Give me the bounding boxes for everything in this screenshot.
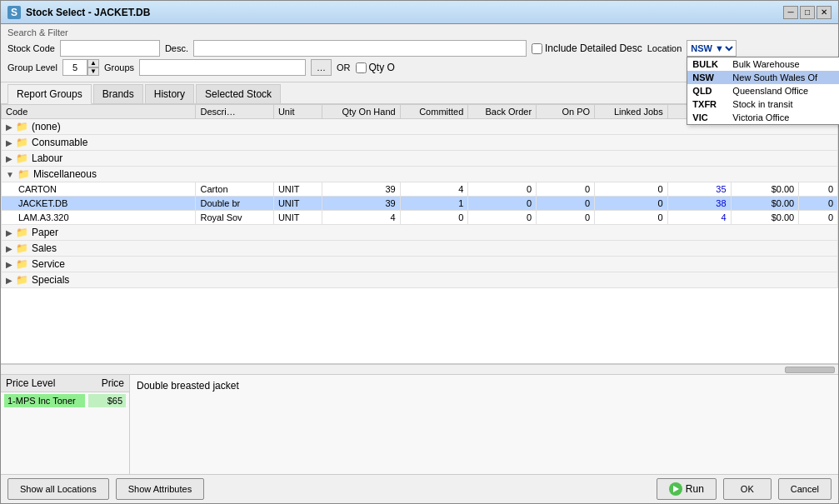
cell-linked: 0 [595,182,668,197]
main-window: S Stock Select - JACKET.DB ─ □ ✕ Search … [0,0,839,504]
location-select[interactable]: NSW ▼ [687,40,737,57]
folder-icon: 📁 [17,168,30,180]
desc-label: Desc. [165,43,188,53]
close-button[interactable]: ✕ [817,6,832,19]
folder-icon: 📁 [16,137,28,148]
table-row[interactable]: ▶ 📁 Service [2,257,838,272]
desc-input[interactable] [193,40,527,57]
cell-available: 38 [667,197,731,211]
cell-linked: 0 [595,197,668,211]
groups-label: Groups [104,62,134,72]
cell-unit: UNIT [273,211,322,225]
cell-listex: $0.00 [731,182,799,197]
cell-desc: Carton [196,182,273,197]
cell-backorder: 0 [468,182,537,197]
group-name: Miscellaneous [33,168,97,180]
tree-toggle[interactable]: ▶ [6,260,12,269]
stock-table-container[interactable]: Code Descri… Unit Qty On Hand Committed … [1,104,838,364]
col-back-order: Back Order [468,105,537,119]
groups-browse-button[interactable]: … [311,59,332,76]
location-dropdown: BULK Bulk Warehouse NSW New South Wales … [687,57,839,125]
location-dropdown-wrapper: NSW ▼ BULK Bulk Warehouse NSW New South … [687,40,737,57]
run-button[interactable]: Run [657,478,717,500]
col-committed: Committed [400,105,468,119]
location-option-vic[interactable]: VIC Victoria Office [687,111,839,124]
group-name: Sales [32,242,57,254]
group-name: Consumable [32,137,87,148]
table-row[interactable]: ▼ 📁 Miscellaneous [2,167,838,182]
price-level-label: Price Level [6,377,55,389]
footer-bar: Show all Locations Show Attributes Run O… [1,474,838,503]
tab-selected-stock[interactable]: Selected Stock [196,84,281,103]
cell-onpo: 0 [537,211,595,225]
location-option-txfr[interactable]: TXFR Stock in transit [687,97,839,111]
cell-backorder: 0 [468,211,537,225]
cell-onpo: 0 [537,182,595,197]
tree-toggle[interactable]: ▶ [6,122,12,132]
show-locations-button[interactable]: Show all Locations [7,478,109,500]
window-title: Stock Select - JACKET.DB [26,7,150,18]
group-level-up[interactable]: ▲ [87,59,99,67]
cell-listex: $0.00 [731,211,799,225]
cell-unit: UNIT [273,197,322,211]
location-option-nsw[interactable]: NSW New South Wales Of [687,71,839,84]
folder-icon: 📁 [16,152,28,164]
horizontal-scrollbar[interactable] [1,364,838,374]
cell-qty: 4 [322,211,400,225]
cell-extra: 0 [799,211,838,225]
table-row[interactable]: LAM.A3.320 Royal Sov UNIT 4 0 0 0 0 4 $0… [2,211,838,225]
ok-button[interactable]: OK [723,478,772,500]
stock-code-input[interactable] [60,40,160,57]
restore-button[interactable]: □ [800,6,815,19]
group-name: (none) [32,121,61,132]
col-qty-on-hand: Qty On Hand [322,105,400,119]
title-buttons: ─ □ ✕ [783,6,832,19]
col-linked-jobs: Linked Jobs [595,105,668,119]
stock-code-label: Stock Code [7,43,55,53]
include-detailed-desc-checkbox[interactable] [532,43,542,54]
scrollbar-thumb[interactable] [785,367,835,373]
price-section: Price Level Price 1-MPS Inc Toner $65 [1,375,130,474]
tab-brands[interactable]: Brands [93,84,143,103]
group-name: Specials [32,274,69,286]
price-header: Price Level Price [1,375,129,392]
price-level-name: 1-MPS Inc Toner [4,394,85,407]
cell-code: JACKET.DB [2,197,196,211]
cell-unit: UNIT [273,182,322,197]
qty-label: Qty O [356,62,395,73]
folder-icon: 📁 [16,227,28,238]
cell-code: LAM.A3.320 [2,211,196,225]
minimize-button[interactable]: ─ [783,6,798,19]
show-attributes-button[interactable]: Show Attributes [116,478,204,500]
table-row[interactable]: JACKET.DB Double br UNIT 39 1 0 0 0 38 $… [2,197,838,211]
col-unit: Unit [273,105,322,119]
table-row[interactable]: ▶ 📁 Specials [2,272,838,288]
group-level-down[interactable]: ▼ [87,67,99,76]
tree-toggle[interactable]: ▶ [6,138,12,147]
cancel-button[interactable]: Cancel [778,478,832,500]
tree-toggle[interactable]: ▼ [6,170,14,179]
cell-onpo: 0 [537,197,595,211]
search-filter-section: Search & Filter Stock Code Desc. Include… [1,24,838,82]
cell-linked: 0 [595,211,668,225]
cell-committed: 0 [400,211,468,225]
price-level-value: $65 [88,394,126,407]
cell-desc: Double br [196,197,273,211]
qty-checkbox[interactable] [356,62,367,73]
location-option-bulk[interactable]: BULK Bulk Warehouse [687,57,839,71]
tab-history[interactable]: History [145,84,194,103]
group-level-input[interactable] [62,59,87,76]
tree-toggle[interactable]: ▶ [6,244,12,253]
table-row[interactable]: CARTON Carton UNIT 39 4 0 0 0 35 $0.00 0 [2,182,838,197]
tree-toggle[interactable]: ▶ [6,228,12,237]
table-row[interactable]: ▶ 📁 Consumable [2,135,838,151]
groups-input[interactable] [139,59,306,76]
title-bar: S Stock Select - JACKET.DB ─ □ ✕ [1,1,838,24]
location-option-qld[interactable]: QLD Queensland Office [687,84,839,97]
table-row[interactable]: ▶ 📁 Sales [2,241,838,257]
tree-toggle[interactable]: ▶ [6,276,12,285]
tree-toggle[interactable]: ▶ [6,154,12,163]
table-row[interactable]: ▶ 📁 Labour [2,151,838,167]
table-row[interactable]: ▶ 📁 Paper [2,225,838,241]
tab-report-groups[interactable]: Report Groups [7,84,92,104]
